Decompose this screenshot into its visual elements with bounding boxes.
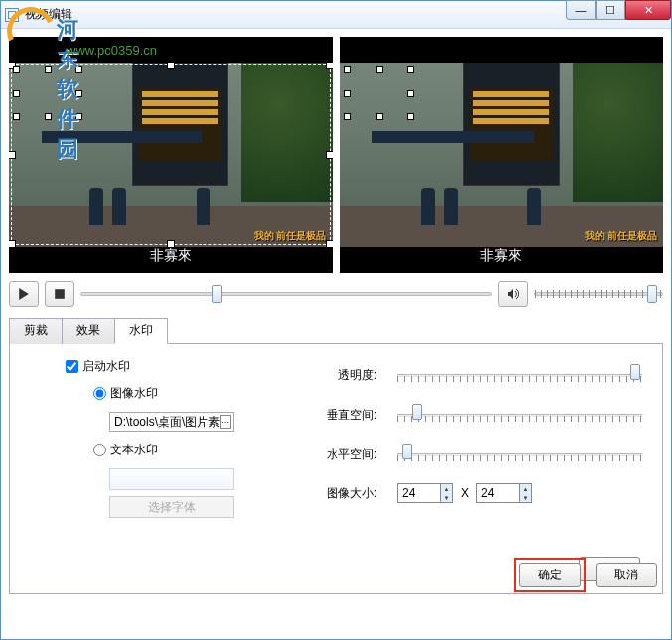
volume-slider[interactable] [534, 283, 663, 305]
ok-button[interactable]: 确定 [519, 563, 581, 587]
image-watermark-radio[interactable] [93, 387, 106, 400]
subtitle-text: 非寡來 [150, 247, 192, 265]
titlebar[interactable]: 视频编辑 — ☐ ✕ [1, 1, 671, 29]
svg-rect-0 [55, 289, 65, 299]
preview-right: 非寡來 我的 前任是极品 [340, 37, 664, 273]
image-watermark-label: 图像水印 [110, 385, 158, 402]
watermark-overlay-preview [344, 66, 414, 120]
opacity-label: 透明度: [308, 367, 377, 384]
width-spinner[interactable]: 24▲▼ [397, 483, 453, 503]
hspace-slider[interactable] [397, 444, 642, 465]
tab-crop[interactable]: 剪裁 [9, 318, 63, 344]
window-title: 视频编辑 [25, 6, 72, 23]
play-button[interactable] [9, 281, 39, 307]
enable-watermark-checkbox[interactable] [66, 360, 78, 373]
image-path-field[interactable]: D:\tools\桌面\图片素 ⋯ [109, 412, 234, 432]
height-spinner[interactable]: 24▲▼ [476, 483, 532, 503]
ok-highlight: 确定 [514, 558, 586, 592]
image-size-label: 图像大小: [308, 485, 377, 502]
choose-font-button: 选择字体 [109, 496, 234, 518]
close-button[interactable]: ✕ [625, 0, 671, 20]
browse-button[interactable]: ⋯ [220, 415, 231, 429]
text-watermark-radio[interactable] [93, 444, 106, 456]
hspace-label: 水平空间: [308, 447, 377, 463]
watermark-overlay[interactable] [13, 66, 82, 120]
corner-tag: 我的 前任是极品 [254, 229, 327, 243]
enable-watermark-label: 启动水印 [82, 358, 130, 375]
minimize-button[interactable]: — [566, 0, 596, 20]
mute-button[interactable] [498, 281, 528, 307]
x-separator: X [461, 486, 469, 500]
opacity-slider[interactable] [397, 364, 642, 386]
seek-slider[interactable] [80, 283, 492, 305]
text-watermark-label: 文本水印 [110, 442, 158, 458]
image-path-value: D:\tools\桌面\图片素 [114, 414, 220, 431]
preview-left[interactable]: 非寡來 我的 前任是极品 [9, 37, 333, 273]
vspace-label: 垂直空间: [308, 407, 377, 424]
tab-watermark[interactable]: 水印 [114, 318, 168, 344]
tab-effect[interactable]: 效果 [62, 318, 115, 344]
maximize-button[interactable]: ☐ [596, 0, 625, 20]
cancel-button[interactable]: 取消 [596, 563, 657, 587]
vspace-slider[interactable] [397, 404, 642, 426]
app-icon [5, 8, 19, 22]
watermark-text-input[interactable] [109, 468, 234, 490]
stop-button[interactable] [45, 281, 74, 307]
